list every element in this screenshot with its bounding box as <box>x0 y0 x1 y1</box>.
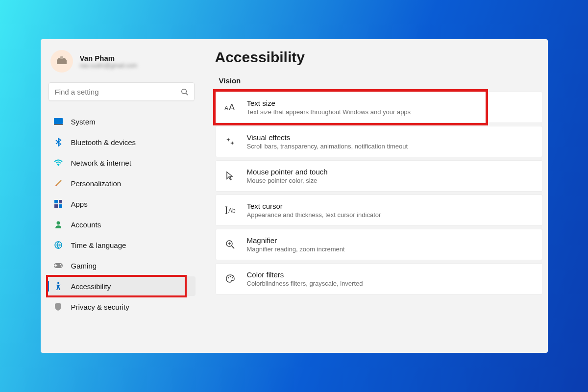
sidebar-item-label: Privacy & security <box>71 303 129 311</box>
sidebar-item-accessibility[interactable]: Accessibility <box>48 276 196 296</box>
card-title: Text size <box>247 99 411 107</box>
sidebar-item-label: System <box>71 118 96 126</box>
settings-window: Van Pham nav.sudin@gmail.com System <box>41 39 548 353</box>
nav-list: System Bluetooth & devices Network & int… <box>48 112 196 317</box>
sidebar: Van Pham nav.sudin@gmail.com System <box>41 39 202 353</box>
svg-point-26 <box>227 277 228 278</box>
text-cursor-icon: Ab <box>224 204 236 216</box>
svg-point-13 <box>59 264 60 265</box>
card-title: Text cursor <box>247 202 381 210</box>
sidebar-item-bluetooth[interactable]: Bluetooth & devices <box>48 132 196 152</box>
card-title: Visual effects <box>247 133 408 142</box>
search-icon <box>181 88 188 96</box>
sidebar-item-label: Time & language <box>71 241 126 249</box>
gamepad-icon <box>53 261 63 270</box>
text-size-icon: AA <box>224 101 236 113</box>
sidebar-item-accounts[interactable]: Accounts <box>48 215 196 234</box>
card-desc: Text size that appears throughout Window… <box>247 108 411 116</box>
card-desc: Appearance and thickness, text cursor in… <box>247 211 381 219</box>
avatar <box>50 50 73 73</box>
sidebar-item-label: Personalization <box>71 179 122 188</box>
avatar-icon <box>55 56 68 66</box>
sidebar-item-label: Gaming <box>71 262 97 270</box>
card-title: Mouse pointer and touch <box>247 168 328 176</box>
sidebar-item-gaming[interactable]: Gaming <box>48 256 196 275</box>
svg-rect-0 <box>60 56 63 59</box>
sidebar-item-label: Accounts <box>71 220 101 229</box>
sidebar-item-label: Apps <box>71 200 88 208</box>
page-title: Accessibility <box>215 49 543 66</box>
globe-clock-icon <box>53 240 63 250</box>
svg-rect-6 <box>54 200 58 203</box>
svg-point-10 <box>56 221 60 225</box>
svg-line-23 <box>232 246 234 248</box>
card-text-cursor[interactable]: Ab Text cursor Appearance and thickness,… <box>215 195 543 226</box>
sparkle-icon <box>224 136 236 147</box>
svg-point-14 <box>60 266 61 267</box>
svg-rect-3 <box>54 118 63 124</box>
svg-text:Ab: Ab <box>228 207 236 214</box>
card-visual-effects[interactable]: Visual effects Scroll bars, transparency… <box>215 126 543 157</box>
section-title: Vision <box>219 76 543 85</box>
card-title: Magnifier <box>247 236 345 245</box>
magnifier-icon <box>224 239 236 250</box>
card-desc: Colorblindness filters, grayscale, inver… <box>247 280 363 287</box>
sidebar-item-privacy[interactable]: Privacy & security <box>48 297 196 317</box>
card-magnifier[interactable]: Magnifier Magnifier reading, zoom increm… <box>215 229 543 260</box>
sidebar-item-label: Accessibility <box>71 282 111 291</box>
search-input[interactable] <box>55 88 181 96</box>
palette-icon <box>224 273 236 285</box>
svg-line-2 <box>186 93 188 95</box>
sidebar-item-time-language[interactable]: Time & language <box>48 235 196 255</box>
svg-text:A: A <box>224 105 228 112</box>
svg-point-27 <box>229 276 230 277</box>
svg-point-28 <box>231 277 232 278</box>
sidebar-item-personalization[interactable]: Personalization <box>48 173 196 193</box>
card-desc: Scroll bars, transparency, animations, n… <box>247 143 408 150</box>
card-mouse-pointer[interactable]: Mouse pointer and touch Mouse pointer co… <box>215 160 543 192</box>
svg-rect-4 <box>54 124 63 125</box>
profile-name: Van Pham <box>80 54 137 62</box>
svg-text:A: A <box>229 102 235 112</box>
main-panel: Accessibility Vision AA Text size Text s… <box>202 39 548 353</box>
wifi-icon <box>53 158 63 168</box>
svg-point-15 <box>57 282 59 284</box>
paintbrush-icon <box>53 178 63 188</box>
card-title: Color filters <box>247 270 363 279</box>
cursor-icon <box>224 170 236 182</box>
svg-rect-8 <box>54 204 58 208</box>
profile-email: nav.sudin@gmail.com <box>80 62 137 69</box>
card-desc: Magnifier reading, zoom increment <box>247 245 345 253</box>
svg-rect-9 <box>59 204 62 208</box>
profile-text: Van Pham nav.sudin@gmail.com <box>80 54 137 69</box>
bluetooth-icon <box>53 137 63 147</box>
sidebar-item-apps[interactable]: Apps <box>48 194 196 214</box>
search-box[interactable] <box>49 82 195 101</box>
card-desc: Mouse pointer color, size <box>247 177 328 184</box>
shield-icon <box>53 302 63 312</box>
svg-point-1 <box>181 89 186 93</box>
sidebar-item-network[interactable]: Network & internet <box>48 153 196 172</box>
system-icon <box>53 117 63 126</box>
svg-point-5 <box>57 165 59 166</box>
sidebar-item-label: Network & internet <box>71 159 131 167</box>
card-text-size[interactable]: AA Text size Text size that appears thro… <box>215 92 543 123</box>
svg-rect-7 <box>59 200 62 203</box>
sidebar-item-system[interactable]: System <box>48 112 196 131</box>
sidebar-item-label: Bluetooth & devices <box>71 138 136 147</box>
person-icon <box>53 220 63 229</box>
profile-block[interactable]: Van Pham nav.sudin@gmail.com <box>48 48 196 79</box>
card-list: AA Text size Text size that appears thro… <box>215 92 543 294</box>
card-color-filters[interactable]: Color filters Colorblindness filters, gr… <box>215 263 543 294</box>
apps-icon <box>53 199 63 209</box>
accessibility-icon <box>53 281 63 291</box>
